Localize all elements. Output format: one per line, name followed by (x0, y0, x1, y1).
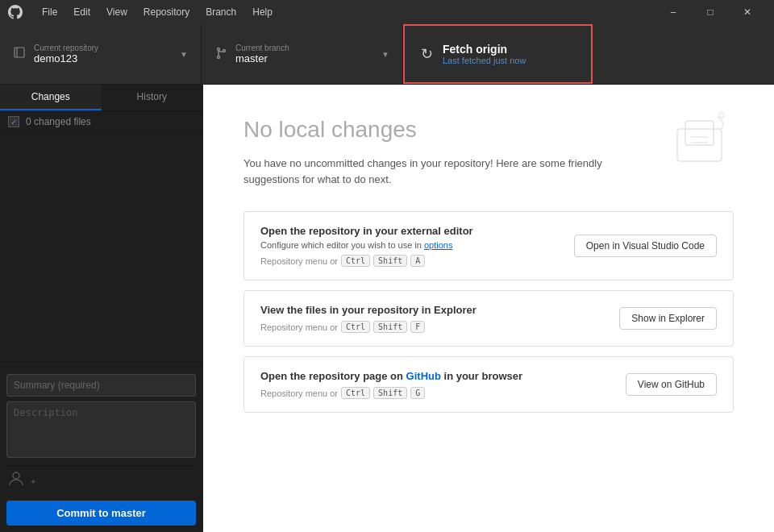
current-repo-label: Current repository (34, 44, 98, 52)
avatar-icon (6, 469, 26, 493)
description-input[interactable] (6, 401, 196, 458)
titlebar: File Edit View Repository Branch Help – … (0, 0, 774, 24)
commit-footer: + (6, 465, 196, 496)
suggestion-left-2: View the files in your repository in Exp… (260, 304, 619, 333)
toolbar: Current repository demo123 ▼ Current bra… (0, 24, 774, 85)
no-changes-illustration (669, 109, 734, 173)
tab-changes[interactable]: Changes (0, 85, 102, 110)
github-link[interactable]: GitHub (406, 370, 441, 382)
no-changes-desc-text: You have no uncommitted changes in your … (243, 157, 602, 185)
commit-button[interactable]: Commit to master (6, 501, 196, 526)
left-panel: Changes History 0 changed files + Commit… (0, 85, 203, 532)
current-repo-value: demo123 (34, 52, 98, 64)
suggestion-left-3: Open the repository page on GitHub in yo… (260, 370, 626, 399)
suggestion-github: Open the repository page on GitHub in yo… (243, 356, 734, 413)
menu-bar: File Edit View Repository Branch Help (35, 5, 279, 19)
svg-point-2 (218, 48, 220, 50)
suggestion-desc-1: Configure which editor you wish to use i… (260, 240, 574, 250)
fetch-title: Fetch origin (443, 43, 526, 56)
suggestion-shortcut-3: Repository menu or Ctrl Shift G (260, 387, 626, 399)
svg-rect-0 (15, 48, 24, 57)
repo-dropdown-arrow: ▼ (180, 50, 188, 59)
options-link[interactable]: options (424, 240, 452, 250)
suggestion-cards: Open the repository in your external edi… (203, 211, 774, 422)
suggestion-title-1: Open the repository in your external edi… (260, 225, 574, 237)
current-repo-section[interactable]: Current repository demo123 ▼ (0, 24, 202, 84)
menu-branch[interactable]: Branch (199, 5, 243, 19)
current-branch-section[interactable]: Current branch master ▼ (202, 24, 403, 84)
svg-rect-7 (685, 121, 714, 145)
no-changes-area: No local changes You have no uncommitted… (203, 85, 774, 211)
fetch-origin-section[interactable]: ↻ Fetch origin Last fetched just now (403, 24, 593, 84)
suggestion-title-3: Open the repository page on GitHub in yo… (260, 370, 626, 382)
menu-file[interactable]: File (35, 5, 64, 19)
no-changes-desc: You have no uncommitted changes in your … (243, 156, 647, 187)
menu-edit[interactable]: Edit (67, 5, 97, 19)
changed-files-bar: 0 changed files (0, 111, 202, 133)
svg-point-5 (13, 472, 19, 479)
current-branch-value: master (235, 52, 289, 64)
branch-dropdown-arrow: ▼ (381, 50, 389, 59)
right-content: No local changes You have no uncommitted… (203, 85, 774, 422)
select-all-checkbox[interactable] (8, 116, 19, 127)
suggestion-title-2: View the files in your repository in Exp… (260, 304, 619, 316)
suggestion-shortcut-1: Repository menu or Ctrl Shift A (260, 255, 574, 267)
branch-icon (214, 47, 227, 62)
right-panel: No local changes You have no uncommitted… (203, 85, 774, 532)
suggestion-explorer: View the files in your repository in Exp… (243, 290, 734, 347)
suggestion-external-editor: Open the repository in your external edi… (243, 211, 734, 281)
tab-bar: Changes History (0, 85, 202, 111)
add-coauthor-label: + (31, 476, 35, 486)
menu-repository[interactable]: Repository (137, 5, 196, 19)
fetch-subtitle: Last fetched just now (443, 56, 526, 65)
minimize-button[interactable]: – (655, 0, 692, 24)
svg-point-10 (719, 113, 724, 118)
suggestion-shortcut-2: Repository menu or Ctrl Shift F (260, 321, 619, 333)
repo-icon (13, 46, 26, 62)
commit-area: + Commit to master (0, 367, 202, 532)
titlebar-left: File Edit View Repository Branch Help (8, 5, 279, 19)
menu-view[interactable]: View (100, 5, 134, 19)
open-vscode-button[interactable]: Open in Visual Studio Code (574, 235, 717, 257)
github-logo-icon (8, 5, 23, 19)
tab-history[interactable]: History (102, 85, 203, 110)
close-button[interactable]: ✕ (729, 0, 766, 24)
file-list (0, 133, 202, 367)
show-in-explorer-button[interactable]: Show in Explorer (619, 307, 717, 330)
view-on-github-button[interactable]: View on GitHub (626, 373, 717, 396)
window-controls: – □ ✕ (655, 0, 766, 24)
menu-help[interactable]: Help (246, 5, 279, 19)
changed-files-count: 0 changed files (26, 116, 91, 127)
summary-input[interactable] (6, 374, 196, 397)
suggestion-left-1: Open the repository in your external edi… (260, 225, 574, 267)
maximize-button[interactable]: □ (692, 0, 729, 24)
illustration-area (669, 109, 734, 176)
main-area: Changes History 0 changed files + Commit… (0, 85, 774, 532)
no-changes-title: No local changes (243, 117, 647, 143)
fetch-icon: ↻ (421, 45, 433, 63)
current-branch-label: Current branch (235, 44, 289, 52)
svg-point-3 (218, 56, 220, 58)
